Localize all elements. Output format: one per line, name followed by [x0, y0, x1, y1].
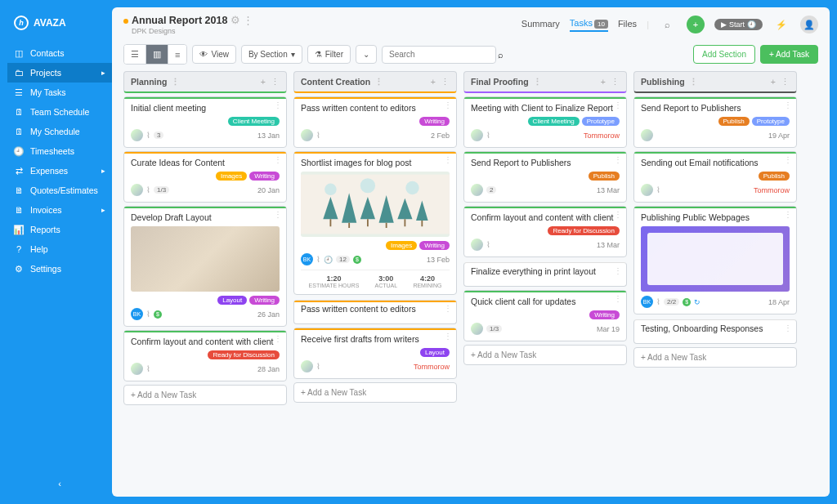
search-field[interactable] — [389, 50, 493, 59]
avatar-icon[interactable]: 👤 — [800, 16, 818, 33]
attachment-icon[interactable]: ⌇ — [656, 297, 660, 306]
avatar[interactable] — [471, 184, 483, 196]
task-card[interactable]: ⋮Sending out Email notificationsPublish⌇… — [633, 151, 797, 203]
attachment-icon[interactable]: ⌇ — [316, 362, 320, 371]
task-card[interactable]: ⋮Shortlist images for blog postImagesWri… — [293, 151, 457, 295]
more-icon[interactable]: ⋮ — [444, 100, 452, 109]
tag[interactable]: Writing — [419, 241, 450, 250]
tag[interactable]: Publish — [759, 172, 790, 181]
avatar[interactable]: BK — [131, 308, 143, 320]
more-icon[interactable]: ⋮ — [274, 334, 282, 343]
column-header[interactable]: Final Proofing ⋮+⋮ — [463, 71, 627, 93]
tab-files[interactable]: Files — [618, 19, 637, 31]
avatar[interactable] — [471, 323, 483, 335]
avatar[interactable] — [471, 129, 483, 141]
task-card[interactable]: ⋮Pass written content to editors — [293, 300, 457, 324]
more-icon[interactable]: ⋮ — [614, 294, 622, 303]
compact-view-button[interactable]: ≡ — [168, 45, 186, 64]
avatar[interactable] — [301, 129, 313, 141]
tab-tasks[interactable]: Tasks10 — [570, 18, 608, 32]
view-dropdown[interactable]: 👁 View — [192, 45, 236, 64]
group-by-dropdown[interactable]: By Section ▾ — [241, 45, 302, 64]
search-input[interactable]: ⌕ — [382, 46, 496, 64]
list-view-button[interactable]: ☰ — [124, 45, 146, 64]
avatar[interactable] — [641, 129, 653, 141]
task-card[interactable]: ⋮Confirm layout and content with clientR… — [463, 206, 627, 257]
avatar[interactable] — [301, 360, 313, 372]
filter-button[interactable]: ⚗ Filter — [307, 45, 351, 64]
collapse-sidebar-button[interactable]: ‹ — [7, 471, 112, 497]
gear-icon[interactable]: ⚙ — [231, 15, 240, 26]
more-icon[interactable]: ⋮ — [784, 155, 792, 164]
add-new-task-button[interactable]: + Add a New Task — [463, 345, 627, 365]
tag[interactable]: Layout — [420, 348, 450, 357]
more-icon[interactable]: ⋮ — [784, 100, 792, 109]
tag[interactable]: Publish — [718, 117, 750, 126]
more-icon[interactable]: ⋮ — [689, 77, 698, 87]
task-card[interactable]: ⋮Curate Ideas for ContentImagesWriting⌇1… — [123, 151, 287, 203]
more-icon[interactable]: ⋮ — [441, 77, 450, 87]
sidebar-item-expenses[interactable]: ⇄Expenses▸ — [7, 161, 112, 181]
search-icon[interactable]: ⌕ — [659, 16, 677, 33]
tag[interactable]: Client Meeting — [228, 117, 280, 126]
add-task-button[interactable]: + Add Task — [760, 45, 818, 64]
sidebar-item-my-schedule[interactable]: 🗓My Schedule — [7, 122, 112, 141]
add-section-button[interactable]: Add Section — [693, 45, 755, 64]
add-icon[interactable]: + — [687, 16, 705, 33]
more-icon[interactable]: ⋮ — [781, 77, 790, 87]
sidebar-item-team-schedule[interactable]: 🗓Team Schedule — [7, 102, 112, 122]
task-card[interactable]: ⋮Confirm layout and content with clientR… — [123, 330, 287, 381]
more-icon[interactable]: ⋮ — [274, 100, 282, 109]
add-new-task-button[interactable]: + Add a New Task — [123, 385, 287, 405]
bolt-icon[interactable]: ⚡ — [772, 16, 790, 33]
add-new-task-button[interactable]: + Add a New Task — [633, 347, 797, 368]
attachment-icon[interactable]: ⌇ — [146, 131, 150, 140]
avatar[interactable] — [131, 129, 143, 141]
task-card[interactable]: ⋮Send Report to PublishersPublishPrototy… — [633, 96, 797, 148]
tag[interactable]: Writing — [249, 172, 280, 181]
tag[interactable]: Writing — [419, 117, 450, 126]
sidebar-item-quotes-estimates[interactable]: 🗎Quotes/Estimates — [7, 181, 112, 200]
tab-summary[interactable]: Summary — [521, 19, 560, 31]
more-icon[interactable]: ⋮ — [614, 155, 622, 164]
board-view-button[interactable]: ▥ — [146, 45, 168, 64]
attachment-icon[interactable]: ⌇ — [146, 364, 150, 373]
sidebar-item-reports[interactable]: 📊Reports — [7, 220, 112, 239]
more-icon[interactable]: ⋮ — [274, 155, 282, 164]
more-icon[interactable]: ⋮ — [614, 100, 622, 109]
column-header[interactable]: Planning ⋮+⋮ — [123, 71, 287, 93]
avatar[interactable] — [131, 363, 143, 375]
add-card-icon[interactable]: + — [261, 77, 266, 87]
add-card-icon[interactable]: + — [771, 77, 776, 87]
sidebar-item-invoices[interactable]: 🗎Invoices▸ — [7, 200, 112, 220]
more-icon[interactable]: ⋮ — [784, 323, 792, 332]
task-card[interactable]: ⋮Testing, Onboarding Responses — [633, 319, 797, 344]
sidebar-item-contacts[interactable]: ◫Contacts — [7, 43, 112, 63]
tag[interactable]: Client Meeting — [528, 117, 580, 126]
more-icon[interactable]: ⋮ — [171, 77, 180, 87]
start-timer-button[interactable]: ▶ Start 🕘 — [714, 19, 763, 30]
avatar[interactable]: BK — [301, 253, 313, 265]
attachment-icon[interactable]: ⌇ — [316, 255, 320, 264]
more-icon[interactable]: ⋮ — [271, 77, 280, 87]
avatar[interactable]: BK — [641, 296, 653, 308]
task-card[interactable]: ⋮Publishing Public WebpagesBK⌇2/2$↻18 Ap… — [633, 206, 797, 314]
attachment-icon[interactable]: ⌇ — [146, 185, 150, 194]
tag[interactable]: Layout — [217, 296, 247, 305]
column-header[interactable]: Publishing ⋮+⋮ — [633, 71, 797, 93]
tag[interactable]: Ready for Discussion — [548, 226, 620, 235]
sidebar-item-timesheets[interactable]: 🕘Timesheets — [7, 141, 112, 161]
attachment-icon[interactable]: ⌇ — [146, 310, 150, 319]
logo[interactable]: h AVAZA — [7, 7, 112, 43]
expand-button[interactable]: ⌄ — [356, 45, 377, 64]
add-card-icon[interactable]: + — [601, 77, 606, 87]
more-icon[interactable]: ⋮ — [611, 77, 620, 87]
avatar[interactable] — [641, 184, 653, 196]
more-icon[interactable]: ⋮ — [784, 210, 792, 219]
task-card[interactable]: ⋮Initial client meetingClient Meeting⌇31… — [123, 96, 287, 148]
task-card[interactable]: ⋮Finalize everything in print layout — [463, 262, 627, 287]
more-icon[interactable]: ⋮ — [444, 332, 452, 341]
more-icon[interactable]: ⋮ — [444, 155, 452, 164]
attachment-icon[interactable]: ⌇ — [486, 131, 490, 140]
task-card[interactable]: ⋮Quick client call for updatesWriting1/3… — [463, 290, 627, 341]
